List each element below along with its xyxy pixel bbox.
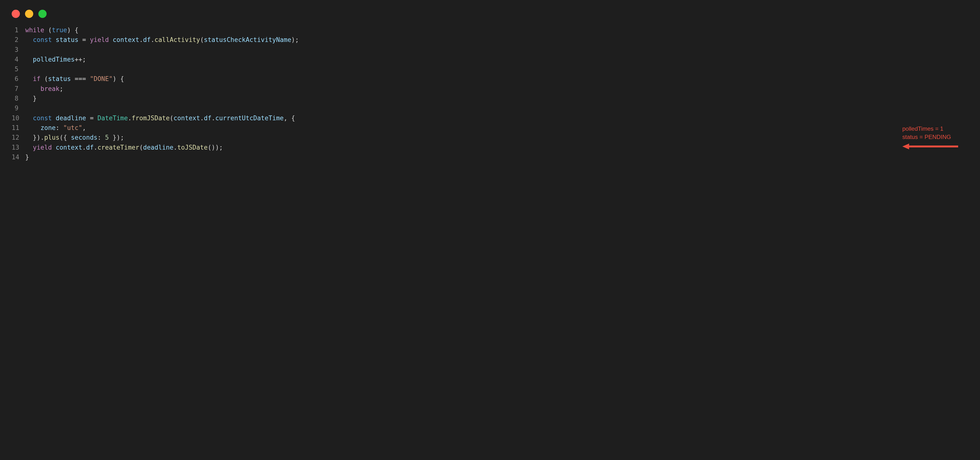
line-number: 9 [12,103,25,113]
line-number: 4 [12,55,25,64]
minimize-icon[interactable] [25,10,33,18]
code-line[interactable]: 8 } [12,94,968,103]
arrow-left-icon [902,143,958,150]
code-line[interactable]: 1while (true) { [12,25,968,35]
annotation-line-2: status = PENDING [902,133,951,141]
line-number: 2 [12,35,25,44]
code-line[interactable]: 9 [12,103,968,113]
code-line[interactable]: 4 polledTimes++; [12,55,968,64]
line-content[interactable] [25,103,29,113]
code-line[interactable]: 13 yield context.df.createTimer(deadline… [12,143,968,152]
annotation-line-1: polledTimes = 1 [902,125,943,133]
line-number: 11 [12,123,25,133]
line-number: 14 [12,152,25,162]
line-content[interactable]: break; [25,84,64,94]
line-content[interactable]: while (true) { [25,25,78,35]
close-icon[interactable] [12,10,20,18]
code-line[interactable]: 3 [12,45,968,55]
code-line[interactable]: 11 zone: "utc", [12,123,968,133]
line-content[interactable]: polledTimes++; [25,55,86,64]
line-content[interactable]: const status = yield context.df.callActi… [25,35,299,44]
line-content[interactable] [25,45,29,55]
window-titlebar [0,0,980,23]
line-content[interactable]: } [25,94,37,103]
code-line[interactable]: 2 const status = yield context.df.callAc… [12,35,968,44]
line-content[interactable]: } [25,152,29,162]
code-line[interactable]: 14} [12,152,968,162]
debug-annotation: polledTimes = 1 status = PENDING [902,125,958,150]
line-number: 6 [12,74,25,84]
line-content[interactable]: if (status === "DONE") { [25,74,124,84]
code-window: 1while (true) {2 const status = yield co… [0,0,980,174]
line-number: 10 [12,113,25,123]
line-content[interactable]: zone: "utc", [25,123,86,133]
line-number: 8 [12,94,25,103]
line-number: 1 [12,25,25,35]
code-line[interactable]: 5 [12,64,968,74]
line-number: 3 [12,45,25,55]
line-content[interactable]: const deadline = DateTime.fromJSDate(con… [25,113,295,123]
zoom-icon[interactable] [38,10,47,18]
svg-marker-1 [902,144,909,149]
line-number: 5 [12,64,25,74]
line-number: 13 [12,143,25,152]
code-line[interactable]: 7 break; [12,84,968,94]
code-editor[interactable]: 1while (true) {2 const status = yield co… [0,23,980,174]
line-content[interactable]: }).plus({ seconds: 5 }); [25,133,124,142]
line-content[interactable]: yield context.df.createTimer(deadline.to… [25,143,223,152]
line-number: 12 [12,133,25,142]
line-content[interactable] [25,64,29,74]
code-line[interactable]: 6 if (status === "DONE") { [12,74,968,84]
code-line[interactable]: 12 }).plus({ seconds: 5 }); [12,133,968,142]
code-line[interactable]: 10 const deadline = DateTime.fromJSDate(… [12,113,968,123]
line-number: 7 [12,84,25,94]
